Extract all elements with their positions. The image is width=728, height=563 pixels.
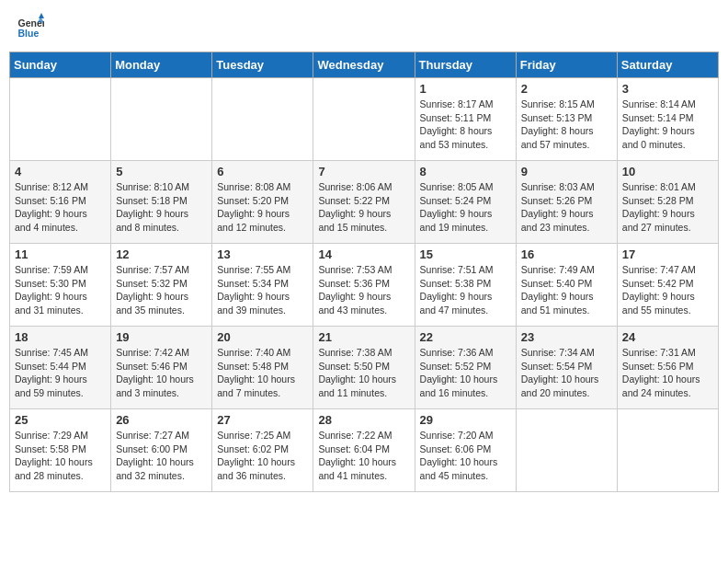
day-number: 23 (521, 330, 612, 344)
col-header-saturday: Saturday (617, 52, 718, 78)
day-number: 8 (420, 165, 511, 178)
day-info: Sunrise: 7:40 AM Sunset: 5:48 PM Dayligh… (217, 346, 308, 400)
day-number: 11 (15, 247, 106, 261)
day-info: Sunrise: 7:25 AM Sunset: 6:02 PM Dayligh… (217, 429, 308, 483)
calendar-cell: 25Sunrise: 7:29 AM Sunset: 5:58 PM Dayli… (10, 409, 111, 492)
logo: General Blue (17, 13, 48, 40)
logo-icon: General Blue (17, 13, 44, 40)
calendar-cell (516, 409, 617, 492)
svg-text:Blue: Blue (18, 28, 40, 39)
calendar-cell: 20Sunrise: 7:40 AM Sunset: 5:48 PM Dayli… (212, 327, 313, 409)
calendar-cell: 13Sunrise: 7:55 AM Sunset: 5:34 PM Dayli… (212, 244, 313, 327)
day-number: 5 (116, 165, 207, 178)
day-info: Sunrise: 8:06 AM Sunset: 5:22 PM Dayligh… (318, 180, 409, 235)
day-number: 1 (420, 82, 511, 96)
day-number: 24 (622, 330, 713, 344)
day-info: Sunrise: 7:45 AM Sunset: 5:44 PM Dayligh… (15, 346, 106, 400)
calendar-cell: 17Sunrise: 7:47 AM Sunset: 5:42 PM Dayli… (617, 244, 718, 327)
day-info: Sunrise: 8:15 AM Sunset: 5:13 PM Dayligh… (521, 98, 612, 152)
day-number: 16 (521, 247, 612, 261)
day-info: Sunrise: 7:59 AM Sunset: 5:30 PM Dayligh… (15, 263, 106, 317)
calendar-cell (111, 78, 212, 161)
day-info: Sunrise: 7:34 AM Sunset: 5:54 PM Dayligh… (521, 346, 612, 400)
day-info: Sunrise: 7:36 AM Sunset: 5:52 PM Dayligh… (420, 346, 511, 400)
day-number: 17 (622, 247, 713, 261)
col-header-wednesday: Wednesday (313, 52, 415, 78)
day-info: Sunrise: 8:17 AM Sunset: 5:11 PM Dayligh… (420, 98, 511, 152)
day-number: 10 (622, 165, 713, 178)
calendar-cell: 5Sunrise: 8:10 AM Sunset: 5:18 PM Daylig… (111, 161, 212, 244)
calendar-cell: 3Sunrise: 8:14 AM Sunset: 5:14 PM Daylig… (617, 78, 718, 161)
day-number: 2 (521, 82, 612, 96)
day-number: 13 (217, 247, 308, 261)
day-info: Sunrise: 7:20 AM Sunset: 6:06 PM Dayligh… (420, 429, 511, 483)
calendar-cell: 12Sunrise: 7:57 AM Sunset: 5:32 PM Dayli… (111, 244, 212, 327)
calendar-cell: 4Sunrise: 8:12 AM Sunset: 5:16 PM Daylig… (10, 161, 111, 244)
day-number: 3 (622, 82, 713, 96)
day-info: Sunrise: 7:51 AM Sunset: 5:38 PM Dayligh… (420, 263, 511, 317)
col-header-sunday: Sunday (10, 52, 111, 78)
page-header: General Blue (9, 9, 719, 44)
day-number: 18 (15, 330, 106, 344)
calendar-cell: 22Sunrise: 7:36 AM Sunset: 5:52 PM Dayli… (415, 327, 516, 409)
day-number: 29 (420, 413, 511, 427)
day-info: Sunrise: 8:01 AM Sunset: 5:28 PM Dayligh… (622, 180, 713, 235)
calendar-cell: 29Sunrise: 7:20 AM Sunset: 6:06 PM Dayli… (415, 409, 516, 492)
day-info: Sunrise: 8:08 AM Sunset: 5:20 PM Dayligh… (217, 180, 308, 235)
calendar-cell: 10Sunrise: 8:01 AM Sunset: 5:28 PM Dayli… (617, 161, 718, 244)
day-number: 4 (15, 165, 106, 178)
calendar-table: SundayMondayTuesdayWednesdayThursdayFrid… (9, 52, 719, 492)
calendar-cell: 9Sunrise: 8:03 AM Sunset: 5:26 PM Daylig… (516, 161, 617, 244)
day-info: Sunrise: 7:22 AM Sunset: 6:04 PM Dayligh… (318, 429, 409, 483)
day-number: 7 (318, 165, 409, 178)
day-info: Sunrise: 8:10 AM Sunset: 5:18 PM Dayligh… (116, 180, 207, 235)
calendar-cell: 26Sunrise: 7:27 AM Sunset: 6:00 PM Dayli… (111, 409, 212, 492)
day-info: Sunrise: 7:53 AM Sunset: 5:36 PM Dayligh… (318, 263, 409, 317)
day-number: 22 (420, 330, 511, 344)
day-number: 19 (116, 330, 207, 344)
day-info: Sunrise: 7:42 AM Sunset: 5:46 PM Dayligh… (116, 346, 207, 400)
day-number: 9 (521, 165, 612, 178)
calendar-cell: 11Sunrise: 7:59 AM Sunset: 5:30 PM Dayli… (10, 244, 111, 327)
day-info: Sunrise: 8:05 AM Sunset: 5:24 PM Dayligh… (420, 180, 511, 235)
calendar-cell: 27Sunrise: 7:25 AM Sunset: 6:02 PM Dayli… (212, 409, 313, 492)
col-header-tuesday: Tuesday (212, 52, 313, 78)
svg-marker-2 (39, 13, 44, 18)
col-header-friday: Friday (516, 52, 617, 78)
day-info: Sunrise: 7:27 AM Sunset: 6:00 PM Dayligh… (116, 429, 207, 483)
day-info: Sunrise: 7:31 AM Sunset: 5:56 PM Dayligh… (622, 346, 713, 400)
day-number: 20 (217, 330, 308, 344)
calendar-cell: 14Sunrise: 7:53 AM Sunset: 5:36 PM Dayli… (313, 244, 415, 327)
day-number: 26 (116, 413, 207, 427)
calendar-cell (212, 78, 313, 161)
calendar-cell: 21Sunrise: 7:38 AM Sunset: 5:50 PM Dayli… (313, 327, 415, 409)
calendar-cell: 16Sunrise: 7:49 AM Sunset: 5:40 PM Dayli… (516, 244, 617, 327)
day-number: 14 (318, 247, 409, 261)
calendar-cell: 18Sunrise: 7:45 AM Sunset: 5:44 PM Dayli… (10, 327, 111, 409)
calendar-cell: 23Sunrise: 7:34 AM Sunset: 5:54 PM Dayli… (516, 327, 617, 409)
day-info: Sunrise: 8:03 AM Sunset: 5:26 PM Dayligh… (521, 180, 612, 235)
calendar-cell: 19Sunrise: 7:42 AM Sunset: 5:46 PM Dayli… (111, 327, 212, 409)
day-number: 27 (217, 413, 308, 427)
col-header-monday: Monday (111, 52, 212, 78)
col-header-thursday: Thursday (415, 52, 516, 78)
day-number: 15 (420, 247, 511, 261)
calendar-cell: 24Sunrise: 7:31 AM Sunset: 5:56 PM Dayli… (617, 327, 718, 409)
calendar-cell: 2Sunrise: 8:15 AM Sunset: 5:13 PM Daylig… (516, 78, 617, 161)
day-info: Sunrise: 8:12 AM Sunset: 5:16 PM Dayligh… (15, 180, 106, 235)
calendar-cell (10, 78, 111, 161)
day-info: Sunrise: 7:57 AM Sunset: 5:32 PM Dayligh… (116, 263, 207, 317)
day-number: 25 (15, 413, 106, 427)
calendar-cell (313, 78, 415, 161)
calendar-cell: 28Sunrise: 7:22 AM Sunset: 6:04 PM Dayli… (313, 409, 415, 492)
calendar-cell: 6Sunrise: 8:08 AM Sunset: 5:20 PM Daylig… (212, 161, 313, 244)
calendar-cell: 1Sunrise: 8:17 AM Sunset: 5:11 PM Daylig… (415, 78, 516, 161)
day-info: Sunrise: 7:29 AM Sunset: 5:58 PM Dayligh… (15, 429, 106, 483)
calendar-cell: 15Sunrise: 7:51 AM Sunset: 5:38 PM Dayli… (415, 244, 516, 327)
day-number: 6 (217, 165, 308, 178)
calendar-cell: 8Sunrise: 8:05 AM Sunset: 5:24 PM Daylig… (415, 161, 516, 244)
day-info: Sunrise: 7:47 AM Sunset: 5:42 PM Dayligh… (622, 263, 713, 317)
day-number: 12 (116, 247, 207, 261)
day-number: 28 (318, 413, 409, 427)
day-number: 21 (318, 330, 409, 344)
